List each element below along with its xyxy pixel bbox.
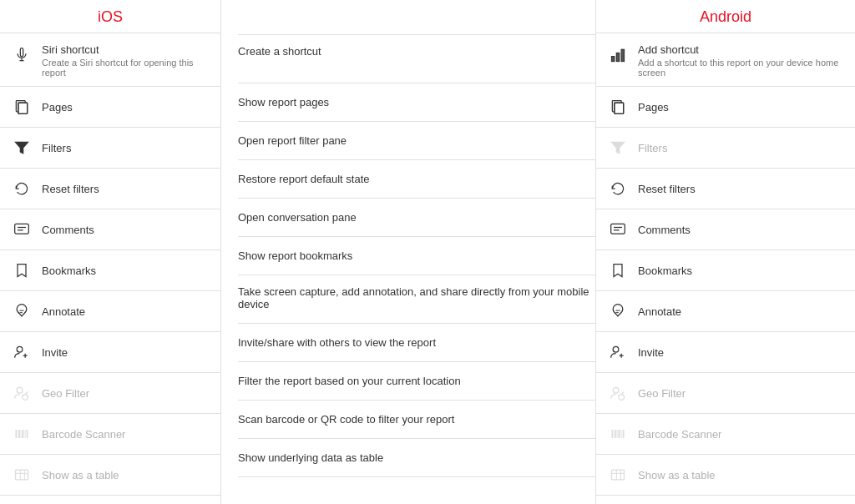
svg-rect-0 xyxy=(20,48,23,57)
ios-show-as-table-label: Show as a table xyxy=(42,469,119,481)
ios-comments-label: Comments xyxy=(42,224,94,236)
siri-icon xyxy=(10,43,33,67)
desc-annotate: Take screen capture, add annotation, and… xyxy=(238,275,595,324)
android-item-invite[interactable]: Invite xyxy=(596,332,855,373)
svg-line-44 xyxy=(621,391,624,394)
desc-create-shortcut: Create a shortcut xyxy=(238,35,595,83)
svg-rect-35 xyxy=(611,224,625,234)
desc-show-pages: Show report pages xyxy=(238,83,595,122)
desc-table: Show underlying data as table xyxy=(238,439,595,477)
svg-point-12 xyxy=(17,346,23,352)
desc-conversation-pane: Open conversation pane xyxy=(238,199,595,237)
invite-icon xyxy=(10,340,33,364)
middle-header-spacer xyxy=(238,0,595,35)
svg-rect-52 xyxy=(612,470,625,480)
android-filter-icon xyxy=(606,136,630,159)
svg-point-15 xyxy=(17,387,23,393)
android-barcode-icon xyxy=(606,422,630,446)
android-add-shortcut-sublabel: Add a shortcut to this report on your de… xyxy=(638,58,845,78)
ios-item-show-as-table: Show as a table xyxy=(0,455,220,496)
ios-item-filters[interactable]: Filters xyxy=(0,128,220,169)
android-add-shortcut-label: Add shortcut xyxy=(638,43,845,56)
android-comments-icon xyxy=(606,218,630,241)
ios-item-pages[interactable]: Pages xyxy=(0,87,220,128)
android-annotate-icon xyxy=(606,300,630,323)
main-container: iOS Siri shortcut Create a Siri shortcut… xyxy=(0,0,855,504)
android-panel: Android Add shortcut Add a shortcut to t… xyxy=(596,0,855,504)
siri-shortcut-sublabel: Create a Siri shortcut for opening this … xyxy=(42,58,210,78)
desc-barcode: Scan barcode or QR code to filter your r… xyxy=(238,401,595,439)
svg-rect-30 xyxy=(621,49,624,61)
android-item-pages[interactable]: Pages xyxy=(596,87,855,128)
svg-marker-34 xyxy=(612,142,625,153)
ios-item-comments[interactable]: Comments xyxy=(0,209,220,250)
ios-annotate-label: Annotate xyxy=(42,305,85,318)
android-header: Android xyxy=(596,0,855,33)
svg-rect-32 xyxy=(615,103,624,113)
svg-rect-29 xyxy=(616,53,619,62)
android-pages-icon xyxy=(606,95,630,118)
geo-icon xyxy=(10,381,33,405)
android-item-bookmarks[interactable]: Bookmarks xyxy=(596,250,855,291)
ios-pages-label: Pages xyxy=(42,101,73,113)
bookmarks-icon xyxy=(10,259,33,282)
android-item-annotate[interactable]: Annotate xyxy=(596,291,855,332)
svg-rect-24 xyxy=(16,470,28,480)
comments-icon xyxy=(10,218,33,241)
ios-item-invite[interactable]: Invite xyxy=(0,332,220,373)
android-item-add-shortcut[interactable]: Add shortcut Add a shortcut to this repo… xyxy=(596,33,855,87)
ios-header: iOS xyxy=(0,0,220,33)
desc-geo: Filter the report based on your current … xyxy=(238,362,595,401)
android-pages-label: Pages xyxy=(638,101,669,113)
annotate-icon xyxy=(10,300,33,323)
add-shortcut-label-group: Add shortcut Add a shortcut to this repo… xyxy=(638,43,845,78)
android-geo-icon xyxy=(606,381,630,405)
android-invite-icon xyxy=(606,340,630,364)
desc-restore-default: Restore report default state xyxy=(238,160,595,199)
ios-item-geo-filter: Geo Filter xyxy=(0,373,220,414)
android-item-filters: Filters xyxy=(596,128,855,169)
ios-invite-label: Invite xyxy=(42,346,68,359)
ios-item-annotate[interactable]: Annotate xyxy=(0,291,220,332)
svg-point-43 xyxy=(613,387,619,393)
ios-geo-filter-label: Geo Filter xyxy=(42,387,89,400)
android-geo-filter-label: Geo Filter xyxy=(638,387,686,400)
ios-item-bookmarks[interactable]: Bookmarks xyxy=(0,250,220,291)
ios-filters-label: Filters xyxy=(42,142,71,154)
ios-item-reset-filters[interactable]: Reset filters xyxy=(0,169,220,209)
svg-marker-6 xyxy=(16,142,28,153)
siri-shortcut-label-group: Siri shortcut Create a Siri shortcut for… xyxy=(42,43,210,78)
android-item-barcode-scanner: Barcode Scanner xyxy=(596,414,855,455)
siri-shortcut-label: Siri shortcut xyxy=(42,43,210,56)
ios-panel: iOS Siri shortcut Create a Siri shortcut… xyxy=(0,0,221,504)
android-item-reset-filters[interactable]: Reset filters xyxy=(596,169,855,209)
android-invite-label: Invite xyxy=(638,346,664,359)
android-bookmarks-label: Bookmarks xyxy=(638,265,692,277)
android-table-icon xyxy=(606,463,630,486)
pages-icon xyxy=(10,95,33,118)
svg-point-40 xyxy=(613,346,619,352)
reset-icon xyxy=(10,177,33,200)
android-reset-filters-label: Reset filters xyxy=(638,183,696,195)
barcode-icon xyxy=(10,422,33,446)
android-reset-icon xyxy=(606,177,630,200)
ios-reset-filters-label: Reset filters xyxy=(42,183,99,195)
svg-line-16 xyxy=(25,391,28,394)
ios-item-barcode-scanner: Barcode Scanner xyxy=(0,414,220,455)
android-filters-label: Filters xyxy=(638,142,667,154)
android-barcode-scanner-label: Barcode Scanner xyxy=(638,428,721,441)
android-item-comments[interactable]: Comments xyxy=(596,209,855,250)
ios-item-siri-shortcut[interactable]: Siri shortcut Create a Siri shortcut for… xyxy=(0,33,220,87)
android-comments-label: Comments xyxy=(638,224,691,236)
android-item-show-as-table: Show as a table xyxy=(596,455,855,496)
svg-rect-28 xyxy=(612,57,615,62)
android-bookmarks-icon xyxy=(606,259,630,282)
svg-rect-4 xyxy=(18,103,28,113)
ios-bookmarks-label: Bookmarks xyxy=(42,265,96,277)
filter-icon xyxy=(10,136,33,159)
desc-filter-pane: Open report filter pane xyxy=(238,122,595,160)
table-icon xyxy=(10,463,33,486)
ios-barcode-scanner-label: Barcode Scanner xyxy=(42,428,125,441)
chart-icon xyxy=(606,43,630,67)
desc-show-bookmarks: Show report bookmarks xyxy=(238,237,595,275)
